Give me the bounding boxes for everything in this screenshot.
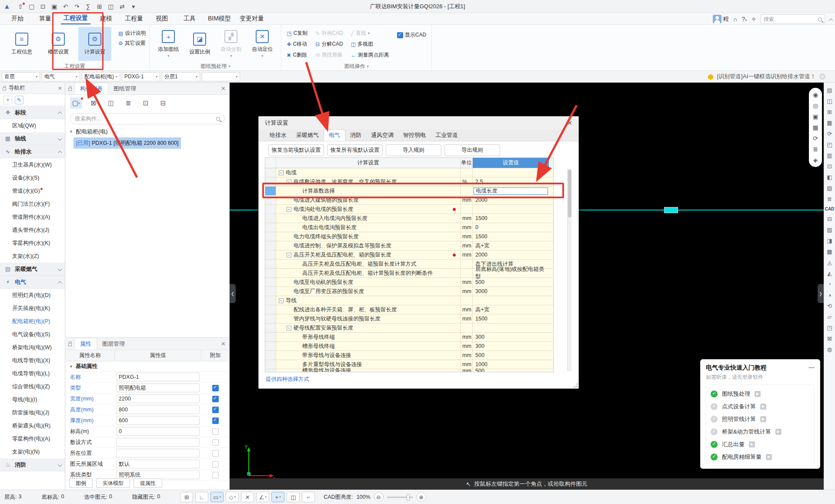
ribbon-small-button[interactable]: ╱ 直线 ▾ [351, 30, 389, 37]
undo-icon[interactable]: ↶ [60, 2, 71, 11]
delete-component-button[interactable]: ⊠ ▾ [87, 97, 100, 109]
settings-table-row[interactable]: − 电缆敷设弛度、波形弯度、交叉的预留长度 % 2.5 [265, 177, 553, 187]
ribbon-big-button[interactable]: ≡ 工程信息 [5, 27, 38, 61]
tutorial-item[interactable]: 桥架&动力管线计算 ▶ [711, 425, 810, 438]
sync-icon[interactable]: ⇄ [117, 2, 128, 11]
property-value-input[interactable] [116, 438, 200, 447]
property-value-input[interactable]: 照明系统 [116, 471, 200, 479]
nav-group-header[interactable]: ▦ 轴线 [0, 132, 65, 145]
select-box-icon[interactable]: ▣ [812, 113, 818, 120]
dialog-button[interactable]: 恢复当前项默认设置 [268, 144, 324, 156]
ribbon-tab[interactable]: 工程量 [122, 13, 146, 24]
settings-table-row[interactable]: − 槽形母线终端 mm 300 [265, 342, 553, 351]
table-query-icon[interactable]: ⊞ ▾ [180, 492, 193, 502]
settings-table-row[interactable]: − 配线进出各种开关箱、屏、柜、板预留长度 mm 高+宽 [265, 305, 553, 314]
panel-tab[interactable]: 构件列表 [74, 83, 108, 94]
context-dropdown[interactable]: PDXG-1 ▾ [122, 72, 160, 81]
collapse-ribbon-icon[interactable] [829, 18, 833, 23]
context-dropdown[interactable]: ▾ [202, 72, 240, 81]
nav-group-header[interactable]: ▤ 采暖燃气 [0, 263, 65, 276]
tutorial-item[interactable]: 照明管线计算 ▶ [711, 413, 810, 425]
ribbon-tab[interactable]: 开始 [5, 13, 30, 24]
setting-name-cell[interactable]: − 配线进出各种开关箱、屏、柜、板预留长度 [276, 305, 461, 314]
setting-name-cell[interactable]: − 电缆 [276, 168, 461, 177]
setting-name-cell[interactable]: − 高压开关柜及低压配电柜、箱计算预留长度的判断条件 [276, 269, 461, 277]
context-dropdown[interactable]: 配电箱柜(电) ▾ [82, 72, 120, 81]
rect-display-icon[interactable]: ▭ ▾ [210, 492, 224, 502]
play-icon[interactable]: ▶ [775, 429, 782, 435]
nav-group-header[interactable]: ❖ 标段 [0, 106, 65, 119]
property-footer-button[interactable]: 提属性 [134, 478, 162, 488]
settings-table-row[interactable]: − 电缆至厂用变压器的预留长度 mm 3000 [265, 287, 553, 296]
dialog-button[interactable]: 导入规则 [386, 144, 441, 156]
setting-name-cell[interactable]: − 电缆进控制、保护屏及模拟盘等预留长度 [276, 241, 461, 250]
row-gutter[interactable] [265, 369, 276, 372]
close-icon[interactable]: ✕ [221, 340, 226, 347]
collapse-strip-icon[interactable]: ⊟ [827, 216, 832, 222]
value-cell[interactable]: 1500 [473, 314, 549, 323]
ribbon-tab[interactable]: 变更对量 [237, 13, 267, 24]
ribbon-tab[interactable]: 视图 [150, 13, 174, 24]
property-checkbox[interactable] [212, 417, 219, 424]
value-cell[interactable]: 2.5 [473, 177, 549, 186]
views-icon[interactable]: ◫ [827, 98, 832, 104]
row-gutter[interactable] [265, 205, 276, 214]
settings-table-row[interactable]: − 电缆 [265, 168, 553, 177]
lock-icon[interactable] [68, 88, 72, 91]
cross-icon[interactable]: ✕ ▾ [241, 492, 254, 502]
settings-table-row[interactable]: − 电力电缆终端头的预留长度 mm 1500 [265, 232, 553, 241]
summary-calc-icon[interactable]: ∑ [83, 2, 94, 11]
contrast-icon[interactable]: ◑ [828, 292, 832, 298]
setting-name-cell[interactable]: − 电缆进入电缆沟内预留长度 [276, 214, 461, 223]
close-icon[interactable]: ✕ [221, 85, 226, 92]
value-cell[interactable] [473, 296, 549, 305]
minimize-icon[interactable]: — [808, 364, 815, 372]
property-value-input[interactable]: PDXG-1 [116, 373, 200, 381]
settings-table-row[interactable]: − 电缆进控制、保护屏及模拟盘等预留长度 mm 高+宽 [265, 241, 553, 250]
customize-icon[interactable]: ▾ [128, 2, 139, 11]
value-cell[interactable] [473, 205, 549, 214]
setting-name-cell[interactable]: − 电缆沟处电缆的预留长度 [276, 205, 461, 214]
ribbon-search-input[interactable]: 搜索 [761, 14, 825, 24]
property-checkbox[interactable] [212, 461, 219, 467]
value-cell[interactable]: 500 [473, 351, 549, 360]
selection-methods-link[interactable]: 提供四种选择方式 [266, 376, 309, 383]
nav-item[interactable]: 电气设备(电)(S) [0, 328, 65, 341]
settings-table-row[interactable]: − 电缆进入建筑物的预留长度 mm 2000 [265, 196, 553, 205]
property-checkbox[interactable] [212, 428, 219, 435]
property-checkbox[interactable] [212, 450, 219, 457]
open-file-icon[interactable]: ⊡ [37, 2, 49, 11]
nav-item[interactable]: 母线(电)(I) [0, 393, 65, 406]
row-gutter[interactable] [265, 360, 276, 369]
nav-item[interactable]: 综合管线(电)(Z) [0, 380, 65, 393]
property-checkbox[interactable] [212, 439, 219, 446]
help-icon[interactable]: ?▾ [741, 16, 747, 23]
nav-item[interactable]: 电线导管(电)(X) [0, 354, 65, 367]
value-cell[interactable]: 电缆长度 [473, 187, 549, 195]
collapse-left-panel-handle[interactable]: ❮ [230, 284, 236, 303]
row-gutter[interactable] [265, 241, 276, 250]
list-icon[interactable]: ≣ [813, 146, 818, 153]
scrollbar-thumb[interactable] [568, 170, 571, 217]
drawing-icon[interactable]: ▤ [827, 87, 832, 93]
row-gutter[interactable] [265, 351, 276, 360]
setting-name-cell[interactable]: − 带形母线与设备连接 [276, 351, 461, 360]
layers-icon[interactable]: ▦ [812, 124, 818, 131]
value-cell[interactable]: 1500 [473, 214, 549, 223]
redo-icon[interactable]: ↷ [71, 2, 83, 11]
value-cell[interactable]: 3000 [473, 287, 549, 296]
nav-group-header[interactable]: ∿ 给排水 [0, 145, 65, 158]
brightness-increase-button[interactable]: ⊕ [417, 492, 426, 502]
nav-item[interactable]: 区域(QW) [0, 119, 65, 132]
property-checkbox[interactable] [212, 385, 219, 391]
panel-tab[interactable]: 图纸管理 [108, 83, 141, 94]
para-icon[interactable]: ▱ [827, 314, 832, 320]
dialog-button[interactable]: 恢复所有项默认设置 [327, 144, 383, 156]
panel-tab[interactable]: 图层管理 [97, 338, 130, 350]
properties-group-row[interactable]: ▼ 基础属性 [66, 361, 229, 372]
row-gutter[interactable] [265, 223, 276, 232]
value-cell[interactable]: 2000 [473, 250, 549, 259]
angle-snap-icon[interactable]: ∠ ▾ [256, 492, 269, 502]
box-icon[interactable]: ◳ [827, 324, 832, 331]
settings-table-row[interactable]: − 管内穿线与软硬母线连接的预留长度 mm 1500 [265, 314, 553, 324]
